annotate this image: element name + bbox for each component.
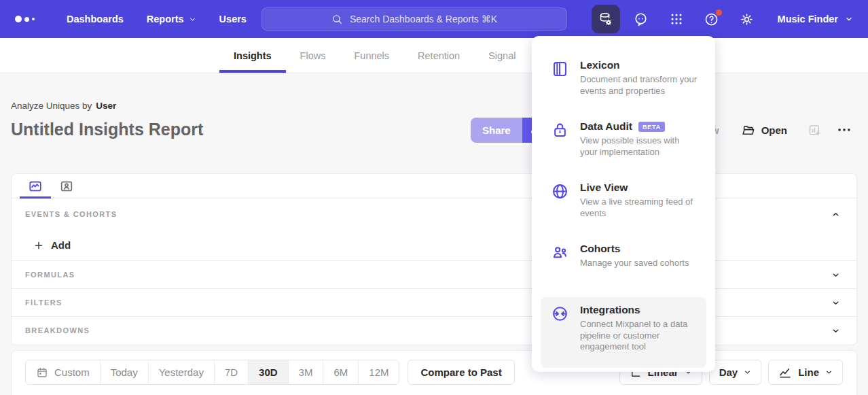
formulas-label: FORMULAS	[25, 271, 75, 279]
popup-item-title: Cohorts	[580, 243, 620, 255]
profiles-mode-tab[interactable]	[51, 174, 82, 198]
range-12m[interactable]: 12M	[359, 360, 399, 384]
popup-item-lexicon[interactable]: Lexicon Document and transform your even…	[541, 52, 706, 114]
range-30d[interactable]: 30D	[249, 360, 289, 384]
section-events-cohorts: EVENTS & COHORTS	[12, 199, 856, 230]
compare-to-past-button[interactable]: Compare to Past	[408, 360, 514, 385]
range-yesterday[interactable]: Yesterday	[149, 360, 215, 384]
chevron-down-icon[interactable]	[831, 326, 840, 335]
popup-item-cohorts[interactable]: Cohorts Manage your saved cohorts	[541, 236, 706, 297]
chevron-down-icon	[744, 368, 751, 376]
project-switcher[interactable]: Music Finder	[774, 8, 857, 30]
popup-item-live-view[interactable]: Live View View a live streaming feed of …	[541, 175, 706, 236]
events-cohorts-label: EVENTS & COHORTS	[25, 210, 117, 218]
grid-icon	[669, 12, 684, 27]
section-formulas[interactable]: FORMULAS	[12, 260, 856, 288]
report-header: Analyze Uniques byUser Untitled Insights…	[11, 101, 203, 139]
popup-item-title: Data Audit	[580, 120, 632, 133]
person-icon	[59, 179, 74, 194]
chevron-down-icon[interactable]	[831, 271, 840, 279]
lexicon-book-icon	[551, 60, 569, 78]
line-chart-icon	[778, 366, 792, 379]
primary-nav: Dashboards Reports Users	[58, 8, 255, 30]
nav-right-cluster: Music Finder	[592, 0, 857, 38]
chart-type-dropdown[interactable]: Line	[768, 360, 843, 385]
range-3m[interactable]: 3M	[289, 360, 324, 384]
apps-grid-button[interactable]	[662, 5, 691, 33]
plus-icon	[33, 240, 44, 251]
board-chart-plus-icon	[808, 123, 822, 137]
events-mode-tab[interactable]	[20, 174, 51, 198]
range-today[interactable]: Today	[101, 360, 149, 384]
range-7d[interactable]: 7D	[215, 360, 249, 384]
popup-item-data-audit[interactable]: Data Audit BETA View possible issues wit…	[541, 114, 706, 175]
ellipsis-icon	[837, 122, 852, 137]
feedback-button[interactable]	[627, 5, 655, 33]
section-filters[interactable]: FILTERS	[12, 288, 856, 316]
help-button[interactable]	[698, 5, 726, 33]
report-title[interactable]: Untitled Insights Report	[11, 120, 203, 139]
range-6m[interactable]: 6M	[323, 360, 359, 384]
tab-flows[interactable]: Flows	[286, 38, 340, 73]
interval-dropdown[interactable]: Day	[709, 360, 762, 385]
database-gear-icon	[598, 12, 613, 27]
settings-button[interactable]	[733, 5, 761, 33]
chevron-down-icon[interactable]	[831, 298, 840, 307]
folder-icon	[741, 123, 755, 137]
integrations-sync-icon	[551, 305, 569, 323]
query-mode-tabs	[12, 174, 856, 199]
breakdowns-label: BREAKDOWNS	[25, 326, 90, 334]
date-range-control: Custom Today Yesterday 7D 30D 3M 6M 12M	[25, 360, 399, 385]
range-custom[interactable]: Custom	[26, 360, 101, 384]
query-builder-panel: EVENTS & COHORTS Add FORMULAS FILTERS BR…	[11, 173, 857, 345]
metrics-chart-icon	[28, 179, 43, 194]
chart-toolbar: Custom Today Yesterday 7D 30D 3M 6M 12M …	[11, 350, 857, 395]
popup-item-description: View possible issues with your implement…	[580, 135, 698, 158]
cohorts-people-icon	[551, 243, 569, 262]
globe-icon	[551, 182, 569, 201]
data-management-popup: Lexicon Document and transform your even…	[532, 36, 715, 372]
chevron-up-icon[interactable]	[831, 210, 840, 219]
nav-users[interactable]: Users	[211, 8, 255, 30]
chevron-down-icon	[845, 15, 853, 23]
add-event-button[interactable]: Add	[33, 239, 71, 251]
popup-item-description: Document and transform your events and p…	[580, 74, 698, 97]
open-report-button[interactable]: Open	[741, 123, 787, 137]
data-management-button[interactable]	[592, 5, 620, 33]
tab-signal[interactable]: Signal	[474, 38, 530, 73]
chevron-down-icon	[189, 16, 196, 23]
filters-label: FILTERS	[25, 298, 62, 307]
mixpanel-logo-icon[interactable]	[15, 16, 35, 22]
tab-funnels[interactable]: Funnels	[340, 38, 403, 73]
nav-dashboards[interactable]: Dashboards	[58, 8, 132, 30]
report-tabbar: Insights Flows Funnels Retention Signal …	[0, 38, 868, 73]
popup-item-description: View a live streaming feed of events	[580, 196, 698, 219]
popup-item-title: Lexicon	[580, 59, 620, 71]
gear-icon	[739, 12, 755, 27]
share-button[interactable]: Share	[471, 118, 522, 143]
popup-item-description: Connect Mixpanel to a data pipeline or c…	[580, 319, 698, 353]
add-event-row: Add	[12, 230, 856, 260]
top-nav: Dashboards Reports Users Search Dashboar…	[0, 0, 868, 38]
nav-reports[interactable]: Reports	[138, 8, 205, 30]
tab-insights[interactable]: Insights	[219, 38, 286, 73]
global-search-input[interactable]: Search Dashboards & Reports ⌘K	[261, 7, 567, 31]
more-options-button[interactable]	[837, 122, 852, 137]
chevron-down-icon	[825, 368, 833, 376]
popup-item-integrations[interactable]: Integrations Connect Mixpanel to a data …	[541, 297, 706, 368]
popup-item-title: Integrations	[580, 304, 640, 316]
add-to-board-button[interactable]	[808, 123, 822, 137]
notification-dot	[716, 10, 722, 16]
section-breakdowns[interactable]: BREAKDOWNS	[12, 316, 856, 344]
beta-badge: BETA	[638, 122, 665, 132]
popup-item-title: Live View	[580, 182, 628, 194]
analyze-line: Analyze Uniques byUser	[11, 101, 203, 111]
search-icon	[331, 14, 343, 25]
analyze-entity-selector[interactable]: User	[96, 101, 116, 111]
popup-item-description: Manage your saved cohorts	[580, 258, 698, 269]
project-name: Music Finder	[778, 14, 838, 24]
calendar-icon	[36, 366, 48, 379]
search-placeholder: Search Dashboards & Reports ⌘K	[350, 14, 497, 24]
tab-retention[interactable]: Retention	[403, 38, 474, 73]
analyze-prefix: Analyze Uniques by	[11, 101, 92, 111]
